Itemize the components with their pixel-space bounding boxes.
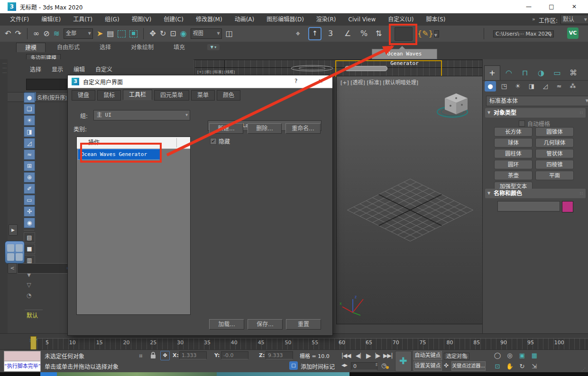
new-toolbar-button[interactable]: 新建... [209, 123, 243, 134]
explorer-filter-icon[interactable]: ⊕ [24, 172, 35, 183]
explorer-filter-icon[interactable]: ● [24, 92, 35, 103]
save-button[interactable]: 保存... [248, 319, 283, 330]
spacewarps-category-icon[interactable]: ≈ [553, 81, 565, 92]
play-icon[interactable]: ▶ [366, 352, 371, 359]
menu-item[interactable]: 图形编辑器(D) [260, 13, 310, 26]
vc-logo-icon[interactable]: VC [567, 28, 579, 39]
object-type-button[interactable]: 长方体 [494, 127, 533, 137]
rectangular-selection-icon[interactable] [118, 30, 126, 37]
key-step-icon[interactable]: ◀▶ [341, 363, 347, 367]
redo-icon[interactable]: ↷ [15, 27, 21, 40]
utilities-tab[interactable]: ⌘ [566, 66, 581, 80]
select-by-name-icon[interactable]: ▤ [107, 27, 114, 40]
dock-handle[interactable]: ⋮⋮⋮ [2, 61, 7, 75]
menu-item[interactable]: 组(G) [99, 13, 126, 26]
project-folder-dropdown[interactable]: C:\Users\··· Max 2020▼ [493, 30, 554, 37]
next-frame-icon[interactable]: |▶ [375, 352, 380, 359]
key-filters-button[interactable]: 关键点过滤器... [451, 361, 486, 371]
explorer-list-icon[interactable]: ▤ [24, 232, 35, 243]
menu-item[interactable]: 渲染(R) [310, 13, 342, 26]
explorer-filter-icon[interactable]: ◿ [24, 138, 35, 148]
explorer-filter-icon[interactable]: ◨ [24, 127, 35, 137]
zoom-all-icon[interactable]: ◎ [505, 351, 515, 360]
menu-item[interactable]: 文件(F) [4, 13, 35, 26]
explorer-list-icon[interactable]: ■ [24, 244, 35, 254]
geometry-category-icon[interactable]: ● [485, 81, 496, 92]
dialog-tab[interactable]: 颜色 [217, 90, 240, 101]
pan-icon[interactable]: ✋ [505, 362, 515, 371]
window-crossing-icon[interactable] [129, 30, 138, 37]
selection-region-icon[interactable]: ⌗ [136, 351, 146, 360]
select-link-icon[interactable]: ∞ [33, 27, 39, 40]
explorer-filter-icon[interactable]: ☀ [24, 115, 35, 126]
explorer-filter-icon[interactable]: ⊞ [24, 161, 35, 171]
mirror-icon[interactable]: ◫ [226, 27, 233, 40]
explorer-filter-icon[interactable]: ❏ [24, 104, 35, 114]
object-type-button[interactable]: 圆锥体 [535, 127, 574, 137]
object-type-button[interactable]: 四棱锥 [535, 160, 574, 169]
object-type-button[interactable]: 几何球体 [535, 138, 574, 147]
create-tab[interactable]: + [484, 65, 500, 80]
maxscript-listener-result-line[interactable]: “执行脚本完毕” [4, 361, 41, 372]
group-dropdown[interactable]: 主 UI▼ [93, 110, 190, 120]
lights-category-icon[interactable]: ☀ [512, 81, 524, 92]
time-slider-handle[interactable] [30, 336, 37, 350]
dialog-help-button[interactable]: ? [294, 78, 297, 84]
dialog-tab[interactable]: 键盘 [72, 90, 95, 101]
bind-spacewarp-icon[interactable]: ≋ [54, 27, 60, 40]
explorer-menu-item[interactable]: 自定义 [95, 65, 112, 73]
minimize-button[interactable]: — [522, 2, 536, 11]
ribbon-overflow-button[interactable]: ▼ ▾ [207, 44, 220, 50]
use-pivot-center-button[interactable]: ↑ [308, 27, 322, 40]
menubar-overflow-icon[interactable]: » [532, 16, 535, 22]
close-button[interactable]: ✕ [567, 2, 581, 11]
orbit-icon[interactable]: ↻ [517, 362, 527, 371]
explorer-search-input[interactable] [26, 79, 67, 90]
menu-item[interactable]: Civil View [342, 13, 382, 26]
menu-item[interactable]: 修改器(M) [190, 13, 229, 26]
percent-snap-icon[interactable]: % [360, 27, 368, 40]
helpers-category-icon[interactable]: ◿ [540, 81, 551, 92]
object-type-button[interactable]: 圆环 [494, 160, 533, 169]
delete-toolbar-button[interactable]: 删除... [248, 123, 282, 134]
explorer-menu-item[interactable]: 显示 [52, 65, 63, 73]
explorer-menu-item[interactable]: 编辑 [74, 65, 85, 73]
front-viewport-strip[interactable]: [+] [前] [标准] [线框] [194, 60, 483, 76]
menu-item[interactable]: 视图(V) [126, 13, 158, 26]
name-column-header[interactable]: 名称(按升序) [37, 93, 66, 101]
current-frame-field[interactable]: 0 [351, 362, 377, 370]
go-to-start-icon[interactable]: |◀◀ [341, 352, 351, 359]
ribbon-tab[interactable]: 对象绘制 [122, 43, 162, 52]
explorer-preset-tab[interactable]: 默认 [25, 310, 43, 320]
selection-set-dropdown[interactable]: 选定对象 ▼ [444, 353, 469, 360]
dialog-close-button[interactable]: ✕ [318, 78, 323, 84]
systems-category-icon[interactable]: ⁂ [567, 81, 579, 92]
display-tab[interactable]: ▭ [550, 66, 565, 80]
absolute-mode-icon[interactable]: ✥ [160, 351, 170, 360]
maxscript-listener-macro-line[interactable] [4, 351, 41, 362]
explorer-filter-icon[interactable]: ✐ [24, 183, 35, 194]
z-coord-field[interactable]: 9.333 [266, 351, 293, 359]
explorer-filter-icon[interactable]: ◉ [24, 218, 35, 228]
rotate-icon[interactable]: ↻ [160, 27, 166, 40]
unlink-icon[interactable]: ⊘ [43, 27, 49, 40]
actions-list-header[interactable]: 操作 [77, 137, 190, 149]
actions-list[interactable]: 操作 Ocean Waves Generator [76, 137, 191, 315]
load-button[interactable]: 加载... [209, 319, 244, 330]
object-type-rollout[interactable]: ▼ 对象类型 ∷ [485, 108, 586, 118]
menu-item[interactable]: 自定义(U) [382, 13, 420, 26]
ref-coord-dropdown[interactable]: 视图▼ [191, 28, 222, 39]
set-key-button[interactable]: 设置关键点 [413, 361, 442, 371]
dialog-tab[interactable]: 工具栏 [123, 90, 152, 100]
dialog-tab[interactable]: 菜单 [191, 90, 215, 101]
geometry-type-dropdown[interactable]: 标准基本体 ▼ [486, 96, 588, 106]
scale-icon[interactable]: ⊡ [170, 27, 176, 40]
add-key-button[interactable]: ✚ [395, 351, 412, 372]
dialog-tab[interactable]: 四元菜单 [154, 90, 189, 101]
reset-button[interactable]: 重置 [286, 319, 321, 330]
frame-spinner[interactable]: ⇕ [375, 362, 378, 367]
time-config-icon[interactable]: ◷ [381, 362, 386, 369]
selection-filter-dropdown[interactable]: 全部▼ [64, 28, 93, 39]
y-coord-field[interactable]: -0.0 [221, 351, 248, 359]
object-type-button[interactable]: 圆柱体 [494, 149, 533, 158]
